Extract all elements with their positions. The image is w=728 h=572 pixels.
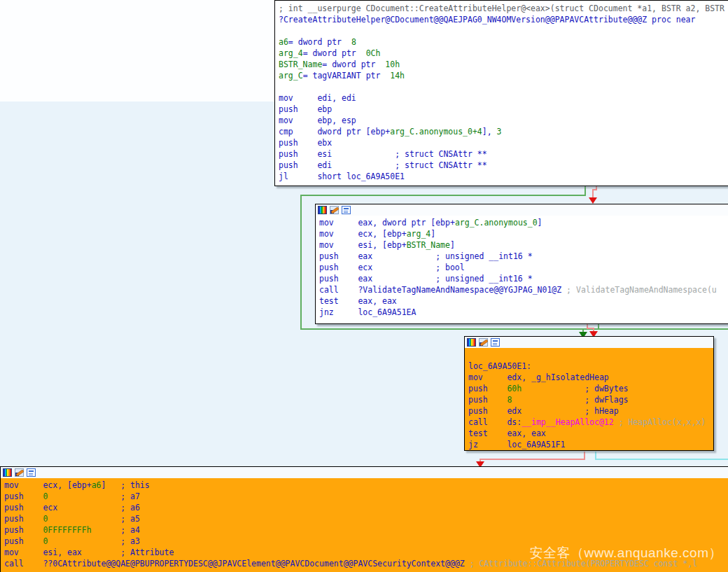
edge-highlighted-alloc-offscreen bbox=[596, 452, 728, 459]
code-line[interactable]: call ?ValidateTagNameAndNamespace@@YGJPA… bbox=[319, 284, 728, 295]
code-line[interactable] bbox=[279, 81, 728, 92]
code-line[interactable]: cmp dword ptr [ebp+arg_C.anonymous_0+4],… bbox=[279, 126, 728, 137]
basic-block-entry[interactable]: ; int __userpurge CDocument::CreateAttri… bbox=[274, 0, 728, 186]
code-line[interactable]: push esi ; struct CNSAttr ** bbox=[279, 148, 728, 160]
code-line[interactable]: arg_C= tagVARIANT ptr 14h bbox=[279, 70, 728, 81]
disassembly-listing: mov eax, dword ptr [ebp+arg_C.anonymous_… bbox=[316, 216, 728, 318]
code-line[interactable]: call ds:__imp__HeapAlloc@12 ; HeapAlloc(… bbox=[468, 417, 713, 428]
code-line[interactable]: push ebx bbox=[279, 137, 728, 148]
basic-block-heapalloc[interactable]: loc_6A9A50E1:mov edx, _g_hIsolatedHeappu… bbox=[464, 336, 714, 451]
code-line[interactable] bbox=[279, 25, 728, 36]
code-line[interactable]: mov ecx, [ebp+arg_4] bbox=[319, 228, 728, 239]
code-line[interactable]: push 0 ; a7 bbox=[4, 491, 728, 502]
code-line[interactable]: mov ebp, esp bbox=[279, 115, 728, 126]
code-line[interactable]: jz loc_6A9A51F1 bbox=[468, 439, 713, 450]
code-line[interactable] bbox=[468, 349, 713, 361]
edit-comment-pencil-icon[interactable] bbox=[15, 468, 24, 477]
code-line[interactable]: push ecx ; a6 bbox=[4, 502, 728, 513]
code-line[interactable]: jnz loc_6A9A51EA bbox=[319, 307, 728, 318]
edit-comment-pencil-icon[interactable] bbox=[479, 338, 488, 347]
code-line[interactable]: ; int __userpurge CDocument::CreateAttri… bbox=[279, 3, 728, 14]
basic-block-validate[interactable]: mov eax, dword ptr [ebp+arg_C.anonymous_… bbox=[315, 204, 728, 324]
code-line[interactable]: mov edx, _g_hIsolatedHeap bbox=[468, 372, 713, 383]
edge-fallthrough-alloc-to-ctor bbox=[480, 452, 584, 462]
edge-fallthrough-validate-to-alloc bbox=[587, 324, 594, 332]
code-line[interactable]: push 60h ; dwBytes bbox=[468, 383, 713, 394]
code-line[interactable]: BSTR_Name= dword ptr 10h bbox=[279, 59, 728, 70]
code-line[interactable]: push ebp bbox=[279, 104, 728, 115]
code-line[interactable]: push edi ; struct CNSAttr ** bbox=[279, 160, 728, 171]
code-line[interactable]: push 8 ; dwFlags bbox=[468, 394, 713, 405]
edit-comment-pencil-icon[interactable] bbox=[330, 206, 339, 214]
node-color-palette-icon[interactable] bbox=[467, 338, 476, 347]
code-line[interactable]: arg_4= dword ptr 0Ch bbox=[279, 48, 728, 59]
script-window-icon[interactable] bbox=[342, 206, 351, 214]
code-line[interactable]: push edx ; hHeap bbox=[468, 405, 713, 417]
disassembly-listing: ; int __userpurge CDocument::CreateAttri… bbox=[275, 1, 728, 182]
code-line[interactable]: push 0FFFFFFFFh ; a4 bbox=[4, 524, 728, 536]
code-line[interactable]: mov ecx, [ebp+a6] ; this bbox=[4, 480, 728, 491]
code-line[interactable]: mov edi, edi bbox=[279, 92, 728, 104]
code-line[interactable]: push 0 ; a5 bbox=[4, 513, 728, 524]
script-window-icon[interactable] bbox=[27, 468, 36, 477]
node-toolbar bbox=[465, 337, 713, 348]
code-line[interactable]: loc_6A9A50E1: bbox=[468, 361, 713, 372]
code-line[interactable]: push eax ; unsigned __int16 * bbox=[319, 273, 728, 284]
red-arrowhead-into-validate bbox=[589, 197, 597, 204]
script-window-icon[interactable] bbox=[491, 338, 500, 347]
node-color-palette-icon[interactable] bbox=[318, 206, 327, 214]
code-line[interactable]: test eax, eax bbox=[468, 428, 713, 439]
code-line[interactable]: ?CreateAttributeHelper@CDocument@@QAEJPA… bbox=[279, 14, 728, 25]
code-line[interactable]: push ecx ; bool bbox=[319, 262, 728, 273]
node-toolbar bbox=[1, 467, 728, 478]
code-line[interactable]: a6= dword ptr 8 bbox=[279, 36, 728, 48]
code-line[interactable]: mov eax, dword ptr [ebp+arg_C.anonymous_… bbox=[319, 217, 728, 228]
code-line[interactable]: test eax, eax bbox=[319, 295, 728, 307]
watermark: 安全客（www.anquanke.com） bbox=[529, 544, 722, 562]
ida-graph-view[interactable]: ; int __userpurge CDocument::CreateAttri… bbox=[0, 0, 728, 572]
code-line[interactable]: jl short loc_6A9A50E1 bbox=[279, 171, 728, 182]
disassembly-listing: loc_6A9A50E1:mov edx, _g_hIsolatedHeappu… bbox=[465, 348, 713, 450]
node-color-palette-icon[interactable] bbox=[3, 468, 12, 477]
code-line[interactable]: push eax ; unsigned __int16 * bbox=[319, 251, 728, 262]
code-line[interactable]: mov esi, [ebp+BSTR_Name] bbox=[319, 239, 728, 251]
node-toolbar bbox=[316, 204, 728, 216]
